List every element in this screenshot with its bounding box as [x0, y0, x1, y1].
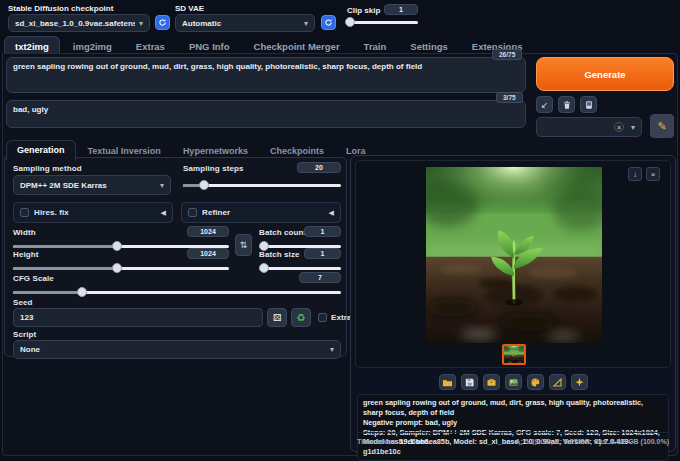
seed-input[interactable]: 123	[13, 308, 263, 327]
subtab-lora[interactable]: Lora	[336, 142, 376, 161]
script-label: Script	[13, 330, 36, 339]
refiner-toggle[interactable]: Refiner ◀	[181, 202, 341, 223]
info-prompt-line: green sapling rowing out of ground, mud,…	[363, 398, 663, 418]
width-label: Width	[13, 228, 36, 237]
sampling-steps-slider[interactable]	[183, 180, 341, 190]
checkpoint-value: sd_xl_base_1.0_0.9vae.safetensors [e6bb9…	[15, 19, 135, 28]
save-zip-button[interactable]	[483, 374, 500, 390]
info-negative-line: Negative prompt: bad, ugly	[363, 418, 663, 428]
clip-skip-slider[interactable]	[347, 17, 418, 27]
generation-info: green sapling rowing out of ground, mud,…	[357, 394, 669, 461]
sampling-method-dropdown[interactable]: DPM++ 2M SDE Karras ▾	[13, 175, 171, 195]
close-icon: ×	[651, 170, 656, 179]
zip-archive-icon	[486, 377, 497, 388]
open-output-folder-button[interactable]	[439, 374, 456, 390]
switch-dimensions-button[interactable]: ⇅	[235, 234, 252, 256]
time-taken-value: 19.1 sec.	[399, 437, 429, 446]
hires-fix-checkbox[interactable]	[20, 208, 29, 217]
chevron-down-icon: ▾	[160, 181, 164, 190]
slider-thumb[interactable]	[259, 263, 269, 273]
refresh-icon	[324, 18, 333, 27]
subtab-generation[interactable]: Generation	[6, 140, 76, 161]
prompt-input[interactable]: green sapling rowing out of ground, mud,…	[6, 57, 526, 93]
time-taken-label: Time taken:	[357, 437, 397, 446]
folder-icon	[442, 377, 453, 388]
paste-generation-params-button[interactable]: ↙	[536, 96, 553, 113]
hires-fix-label: Hires. fix	[34, 208, 69, 217]
download-image-button[interactable]: ↓	[628, 167, 642, 181]
slider-thumb[interactable]	[112, 241, 122, 251]
batch-size-value[interactable]: 1	[304, 248, 341, 259]
batch-count-value[interactable]: 1	[304, 226, 341, 237]
send-to-extras-button[interactable]	[549, 374, 566, 390]
clear-styles-icon[interactable]: ×	[614, 122, 624, 132]
extra-networks-button[interactable]	[580, 96, 597, 113]
send-to-img2img-button[interactable]	[505, 374, 522, 390]
height-slider[interactable]	[13, 263, 229, 273]
generation-settings-panel: Sampling method DPM++ 2M SDE Karras ▾ Sa…	[4, 157, 347, 357]
slider-fill	[13, 267, 117, 270]
prompt-token-counter: 26/75	[492, 49, 522, 60]
triangle-ruler-icon	[552, 377, 563, 388]
seed-extra-checkbox[interactable]	[318, 313, 327, 322]
pencil-icon: ✎	[657, 120, 666, 133]
slider-thumb[interactable]	[199, 180, 209, 190]
generated-image[interactable]	[426, 167, 602, 343]
clear-prompt-button[interactable]	[558, 96, 575, 113]
swap-dimensions-icon: ⇅	[240, 240, 248, 250]
output-toolbar	[351, 374, 675, 390]
sampling-steps-value[interactable]: 20	[297, 162, 341, 173]
slider-thumb[interactable]	[77, 287, 87, 297]
seed-label: Seed	[13, 298, 33, 307]
send-to-inpaint-button[interactable]	[527, 374, 544, 390]
batch-size-label: Batch size	[259, 250, 300, 259]
checkpoint-label: Stable Diffusion checkpoint	[8, 4, 113, 13]
cfg-scale-slider[interactable]	[13, 287, 341, 297]
width-value[interactable]: 1024	[187, 226, 229, 237]
checkpoint-refresh-button[interactable]	[155, 15, 170, 30]
sampling-method-value: DPM++ 2M SDE Karras	[20, 181, 107, 190]
recycle-icon: ♻	[297, 312, 306, 323]
refresh-icon	[158, 18, 167, 27]
generation-footer: Time taken: 19.1 sec. A: 5.39 GB, R: 6.8…	[357, 432, 669, 446]
hires-fix-toggle[interactable]: Hires. fix ◀	[13, 202, 173, 223]
styles-dropdown[interactable]: × ▾	[536, 117, 642, 137]
result-gallery: ↓ ×	[355, 160, 671, 368]
slider-thumb[interactable]	[345, 17, 355, 27]
slider-track	[259, 267, 341, 270]
slider-fill	[13, 245, 117, 248]
sd-vae-value: Automatic	[182, 19, 221, 28]
height-value[interactable]: 1024	[187, 248, 229, 259]
sd-vae-dropdown[interactable]: Automatic ▾	[175, 14, 315, 32]
save-image-button[interactable]	[461, 374, 478, 390]
image-icon	[508, 377, 519, 388]
random-seed-button[interactable]: ⚄	[267, 308, 287, 327]
slider-thumb[interactable]	[112, 263, 122, 273]
chevron-down-icon: ▾	[631, 123, 635, 132]
palette-icon	[530, 377, 541, 388]
sd-vae-label: SD VAE	[175, 4, 204, 13]
sampling-steps-label: Sampling steps	[183, 164, 244, 173]
gallery-thumbnail-selected[interactable]	[502, 344, 526, 365]
script-dropdown[interactable]: None ▾	[13, 340, 341, 359]
subtab-hypernetworks[interactable]: Hypernetworks	[173, 142, 258, 161]
subtab-checkpoints[interactable]: Checkpoints	[260, 142, 334, 161]
refiner-label: Refiner	[202, 208, 230, 217]
sd-vae-refresh-button[interactable]	[321, 15, 336, 30]
checkpoint-dropdown[interactable]: sd_xl_base_1.0_0.9vae.safetensors [e6bb9…	[8, 14, 150, 32]
chevron-down-icon: ▾	[330, 345, 334, 354]
refiner-checkbox[interactable]	[188, 208, 197, 217]
close-gallery-button[interactable]: ×	[646, 167, 660, 181]
generate-button[interactable]: Generate	[536, 57, 674, 91]
seed-value: 123	[20, 313, 33, 322]
edit-styles-button[interactable]: ✎	[650, 114, 674, 138]
negative-prompt-input[interactable]: bad, ugly	[6, 100, 526, 128]
generation-subtab-bar: Generation Textual Inversion Hypernetwor…	[6, 140, 375, 161]
chevron-down-icon: ▾	[139, 19, 143, 28]
clip-skip-value[interactable]: 1	[384, 4, 418, 15]
subtab-textual-inversion[interactable]: Textual Inversion	[78, 142, 171, 161]
upscale-button[interactable]	[571, 374, 588, 390]
cfg-scale-value[interactable]: 7	[299, 272, 341, 283]
reuse-seed-button[interactable]: ♻	[291, 308, 311, 327]
card-icon	[584, 100, 594, 110]
